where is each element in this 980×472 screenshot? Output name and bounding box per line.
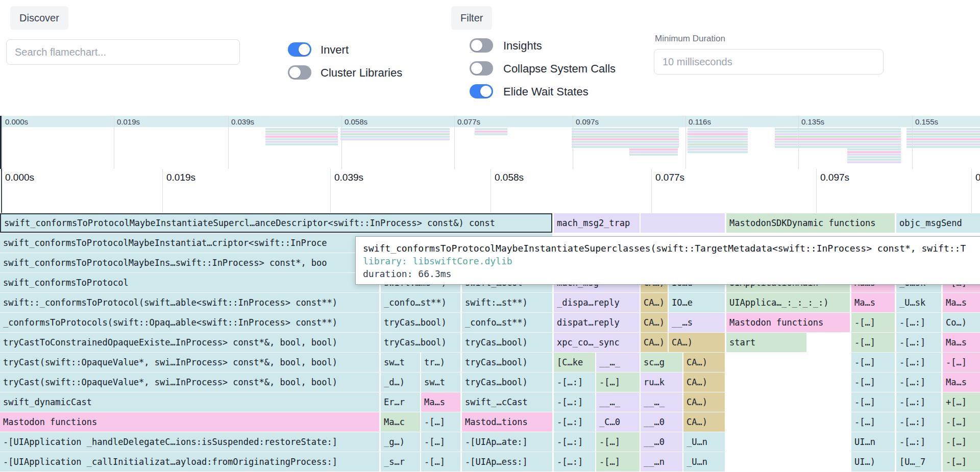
flame-cell[interactable]: tryCas…bool) — [381, 333, 460, 352]
flame-cell[interactable]: -[…:] — [896, 392, 941, 412]
flame-cell[interactable]: -[…:] — [896, 353, 941, 372]
flame-cell[interactable]: -[…] — [421, 432, 460, 452]
flame-cell[interactable]: swift_…cCast — [462, 392, 552, 412]
flame-cell[interactable]: -[…] — [851, 392, 895, 412]
flame-cell[interactable]: -[…] — [943, 353, 980, 372]
flame-cell[interactable]: CA…) — [683, 392, 725, 412]
flame-cell[interactable]: IO…e — [669, 293, 725, 312]
flame-cell[interactable]: xpc_co…_sync — [554, 333, 640, 352]
flame-cell[interactable]: Mastodon functions — [0, 412, 379, 432]
flame-cell[interactable]: _d…) — [381, 372, 420, 392]
flame-cell[interactable]: -[…:] — [896, 313, 941, 332]
flame-cell[interactable]: UI…) — [851, 452, 895, 471]
flame-cell[interactable]: _confo…st**) — [381, 293, 460, 312]
flame-cell[interactable]: _s…r — [381, 452, 420, 471]
flame-cell[interactable]: [C…ke — [554, 353, 595, 372]
flame-cell[interactable]: CA…) — [683, 372, 725, 392]
flame-cell[interactable]: -[…:] — [896, 333, 941, 352]
flame-cell[interactable]: -[UIApplication _handleDelegateC…ions:is… — [0, 432, 379, 452]
flame-cell[interactable]: _dispa…reply — [554, 293, 640, 312]
flame-cell[interactable]: Ma…c — [381, 412, 420, 432]
flame-cell[interactable]: -[…] — [851, 313, 895, 332]
flame-cell[interactable]: -[…] — [943, 412, 980, 432]
flame-cell[interactable]: -[…] — [851, 333, 895, 352]
flame-cell[interactable]: Mastod…tions — [462, 412, 552, 432]
flame-cell-selected[interactable]: swift_conformsToProtocolMaybeInstantiate… — [0, 213, 552, 233]
flame-cell[interactable]: CA…) — [641, 313, 668, 332]
flame-cell[interactable]: _g…) — [381, 432, 420, 452]
flame-cell[interactable]: tryCas…bool) — [462, 353, 552, 372]
flame-cell[interactable]: -[UIAp…ate:] — [462, 432, 552, 452]
flame-cell[interactable]: -[…:] — [554, 392, 595, 412]
flame-cell[interactable]: -[UIApplication _callInitializat…ayload:… — [0, 452, 379, 471]
flame-cell[interactable]: objc_msgSend — [896, 213, 980, 233]
flame-cell[interactable]: -[…] — [421, 412, 460, 432]
flame-cell[interactable]: CA…) — [669, 333, 725, 352]
flame-cell[interactable]: Er…r — [381, 392, 420, 412]
flame-cell[interactable]: swift_conformsToProtocol — [0, 273, 379, 292]
flame-cell[interactable]: tr…) — [421, 353, 460, 372]
flame-cell[interactable]: __…_ — [596, 353, 640, 372]
flame-cell[interactable]: UIApplica…_:_:_:_:) — [726, 293, 850, 312]
flame-cell[interactable]: mach_msg2_trap — [554, 213, 640, 233]
flame-cell[interactable]: _U…n — [683, 452, 725, 471]
flame-cell[interactable]: tryCas…bool) — [462, 372, 552, 392]
flame-cell[interactable]: -[…] — [851, 412, 895, 432]
flame-cell[interactable]: -[…:] — [554, 412, 595, 432]
flame-cell[interactable]: Ma…s — [851, 293, 895, 312]
flame-cell[interactable]: -[…:] — [896, 432, 941, 452]
flame-cell[interactable]: +[…] — [943, 392, 980, 412]
flame-cell[interactable]: CA…) — [641, 293, 668, 312]
flame-cell[interactable]: -[…:] — [554, 432, 595, 452]
flame-cell[interactable]: -[…] — [596, 452, 640, 471]
flame-cell[interactable]: start — [726, 333, 806, 352]
flame-cell[interactable]: __…s — [669, 313, 725, 332]
flame-cell[interactable]: -[…:] — [554, 452, 595, 471]
flame-cell[interactable]: -[…:] — [896, 372, 941, 392]
flame-cell[interactable]: swift:…st**) — [462, 293, 552, 312]
flame-cell[interactable]: -[…] — [596, 372, 640, 392]
flame-cell[interactable]: __…n — [641, 452, 682, 471]
flame-cell[interactable]: -[…] — [851, 372, 895, 392]
flame-cell[interactable]: _C…0 — [596, 412, 640, 432]
flame-cell[interactable]: _U…sk — [896, 293, 941, 312]
flame-cell[interactable]: sw…t — [421, 372, 460, 392]
flame-cell[interactable]: tryCast(swift::OpaqueValue*, swi…InProce… — [0, 353, 379, 372]
flame-cell[interactable]: tryCas…bool) — [381, 313, 460, 332]
flame-cell[interactable]: __…_ — [641, 392, 682, 412]
flame-cell[interactable]: Co…) — [943, 313, 980, 332]
flame-cell[interactable]: CA…) — [683, 412, 725, 432]
flame-cell[interactable]: swift::_conformsToProtocol(swift…able<sw… — [0, 293, 379, 312]
flame-cell[interactable]: Ma…s — [943, 333, 980, 352]
flame-cell[interactable]: swift_dynamicCast — [0, 392, 379, 412]
flame-cell[interactable]: -[…] — [943, 432, 980, 452]
flame-cell[interactable]: MastodonSDKDynamic functions — [726, 213, 895, 233]
flame-cell[interactable]: _U…n — [683, 432, 725, 452]
flame-cell[interactable]: Ma…s — [421, 392, 460, 412]
flame-cell[interactable]: _confo…st**) — [462, 313, 552, 332]
flame-cell[interactable]: dispat…reply — [554, 313, 640, 332]
flame-cell[interactable]: -[…:] — [896, 412, 941, 432]
flame-cell[interactable]: tryCastToConstrainedOpaqueExiste…InProce… — [0, 333, 379, 352]
flame-cell[interactable]: sw…t — [381, 353, 420, 372]
flame-cell[interactable] — [641, 213, 725, 233]
flame-cell[interactable]: -[…] — [421, 452, 460, 471]
flame-cell[interactable]: __…0 — [641, 432, 682, 452]
flame-cell[interactable]: CA…) — [683, 353, 725, 372]
flame-cell[interactable]: Ma…s — [943, 293, 980, 312]
flame-cell[interactable]: Ma…s — [943, 372, 980, 392]
flame-cell[interactable]: tryCast(swift::OpaqueValue*, swi…InProce… — [0, 372, 379, 392]
flame-cell[interactable]: _conformsToProtocols(swift::Opaq…able<sw… — [0, 313, 379, 332]
flame-cell[interactable]: -[…] — [943, 452, 980, 471]
flame-cell[interactable]: -[…] — [596, 432, 640, 452]
flame-cell[interactable]: -[UIAp…ess:] — [462, 452, 552, 471]
flame-cell[interactable]: UI…n — [851, 432, 895, 452]
flame-cell[interactable]: CA…) — [641, 333, 668, 352]
flame-cell[interactable]: ru…k — [641, 372, 682, 392]
flame-cell[interactable]: __…_ — [596, 392, 640, 412]
flame-cell[interactable]: -[…] — [851, 353, 895, 372]
flame-cell[interactable]: sc…g — [641, 353, 682, 372]
flame-cell[interactable]: Mastodon functions — [726, 313, 850, 332]
flame-cell[interactable]: [U…_7 — [896, 452, 941, 471]
flame-cell[interactable]: -[…:] — [554, 372, 595, 392]
